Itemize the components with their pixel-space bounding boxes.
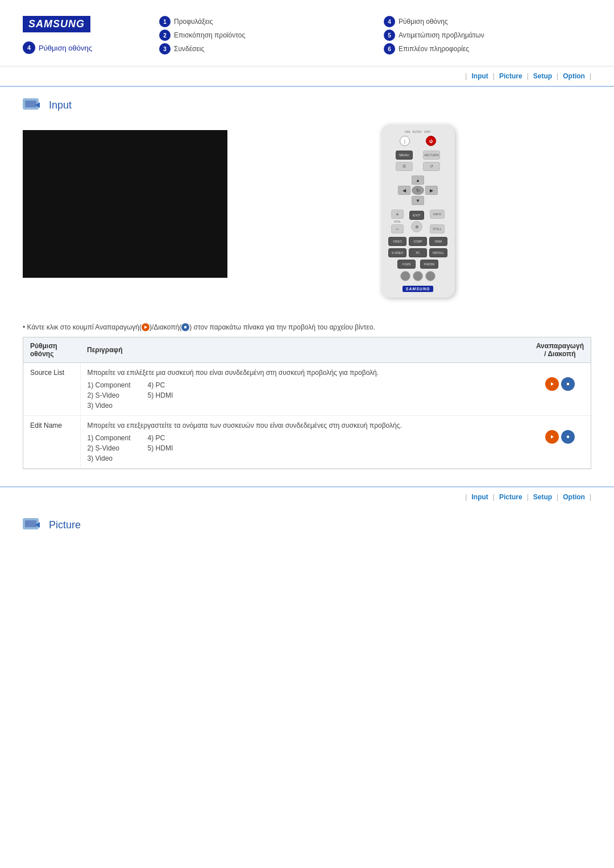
dpad-up[interactable]: ▲ [412,176,424,185]
vol-plus[interactable]: + [391,210,404,219]
nav-num-1: 1 [159,16,171,27]
nav-label-2: Επισκόπηση προϊόντος [174,31,245,39]
section-badge: 4 Ρύθμιση οθόνης [23,41,136,54]
power-on-button[interactable]: | [400,136,410,146]
dpad-right[interactable]: ▶ [425,186,438,195]
nav-label-5: Αντιμετώπιση προβλημάτων [399,31,484,39]
source-play-button[interactable] [545,377,559,391]
main-content-area: ON AUTO OFF | ⏻ MENU RETURN ☰ ↺ [0,119,614,315]
remote-auto-label: AUTO [412,130,422,133]
install-button[interactable]: INSTALL [429,248,447,257]
edit-stop-button[interactable] [561,430,575,444]
edit-playback-icons[interactable] [536,430,584,444]
comp-button[interactable]: COMP [409,237,427,246]
still-button[interactable]: STILL [430,224,445,233]
nav-num-3: 3 [159,43,171,55]
edit-col1: 1) Component 2) S-Video 3) Video [88,434,131,462]
pc-button[interactable]: PC [409,248,427,257]
extra-btn-1[interactable] [400,271,410,281]
source-col1: 1) Component 2) S-Video 3) Video [88,381,131,410]
return-button[interactable]: RETURN [423,151,440,160]
source-list-label: Source List [23,363,80,416]
return-icon-button[interactable]: ↺ [423,162,440,171]
edit-item-1: 1) Component [88,434,131,442]
nav-divider-5: | [590,72,591,80]
exit-button[interactable]: EXIT [409,211,424,220]
input-section-title: Input [49,99,72,111]
info-button[interactable]: INFO [430,210,445,219]
nav-item-3: 3 Συνδέσεις [159,43,367,55]
remote-off-label: OFF [424,130,431,133]
edit-item-2: 2) S-Video [88,444,131,452]
nav-divider-3: | [527,72,529,80]
header-nav: 1 Προφυλάξεις 4 Ρύθμιση οθόνης 2 Επισκόπ… [136,16,591,55]
nav2-input-link[interactable]: Input [471,493,488,501]
source-item-5: 5) HDMI [148,391,173,399]
remote-menu-row: MENU RETURN [385,151,450,160]
nav-divider-4: | [557,72,558,80]
samsung-logo: SAMSUNG [23,16,90,32]
nav-option-link[interactable]: Option [563,72,585,80]
source-col2: 4) PC 5) HDMI [148,381,173,410]
edit-play-button[interactable] [545,430,559,444]
extra-btn-3[interactable] [425,271,435,281]
menu-button[interactable]: MENU [396,151,413,160]
menu-icon-button[interactable]: ☰ [396,162,413,171]
nav2-picture-link[interactable]: Picture [499,493,522,501]
nav2-divider-1: | [465,493,467,501]
remote-on-label: ON [405,130,410,133]
nav-label-3: Συνδέσεις [174,45,204,53]
info-bullet: • [23,323,25,331]
svideo-button[interactable]: S-VIDEO [388,248,406,257]
power-off-button[interactable]: ⏻ [426,136,436,146]
nav-input-link[interactable]: Input [471,72,488,80]
nav-circle[interactable]: ⊕ [411,221,422,232]
nav-item-4: 4 Ρύθμιση οθόνης [384,16,591,27]
edit-name-items: 1) Component 2) S-Video 3) Video 4) PC 5… [88,434,522,462]
source-item-2: 2) S-Video [88,391,131,399]
vol-minus[interactable]: − [391,224,404,233]
nav2-option-link[interactable]: Option [563,493,585,501]
remote-source-row2: S-VIDEO PC INSTALL [385,248,450,257]
nav2-divider-3: | [527,493,529,501]
info-note: • Κάντε κλικ στο κουμπί Αναπαραγωγή()/Δι… [0,315,614,337]
nav-picture-link[interactable]: Picture [499,72,522,80]
source-playback-icons[interactable] [536,377,584,391]
stop-icon [181,323,189,331]
nav-bar-bottom: | Input | Picture | Setup | Option | [0,486,614,507]
edit-name-desc: Μπορείτε να επεξεργαστείτε τα ονόματα τω… [88,422,402,429]
edit-item-4: 4) PC [148,434,173,442]
picture-section-title: Picture [49,519,81,531]
pmode-button[interactable]: P.MODE [420,260,438,269]
nav-label-1: Προφυλάξεις [174,18,213,26]
header-left: SAMSUNG 4 Ρύθμιση οθόνης [23,16,136,54]
source-stop-button[interactable] [561,377,575,391]
picture-heading: Picture [0,507,614,539]
nav2-setup-link[interactable]: Setup [533,493,552,501]
source-list-cell: Μπορείτε να επιλέξετε μια συσκευή που εί… [80,363,529,416]
nav2-divider-2: | [493,493,495,501]
dpad-center[interactable]: ↻ [412,186,424,195]
table-row: Edit Name Μπορείτε να επεξεργαστείτε τα … [23,416,591,469]
input-section-icon [23,97,43,113]
nav-setup-link[interactable]: Setup [533,72,552,80]
edit-item-3: 3) Video [88,454,131,462]
svg-marker-7 [551,435,554,439]
video-button[interactable]: VIDEO [388,237,406,246]
remote-source-row1: VIDEO COMP HDMI [385,237,450,246]
remote-power-buttons[interactable]: | ⏻ [385,136,450,146]
dpad-down[interactable]: ▼ [412,196,424,205]
section-label: Ρύθμιση οθόνης [39,44,92,52]
source-item-4: 4) PC [148,381,173,389]
nav-divider-1: | [465,72,467,80]
hdmi-button[interactable]: HDMI [429,237,447,246]
edit-col2: 4) PC 5) HDMI [148,434,173,462]
info-text-2: )/Διακοπή( [150,323,181,331]
fsize-button[interactable]: F.SIZE [397,260,416,269]
remote-dpad[interactable]: ▲ ◀ ↻ ▶ ▼ [398,176,438,205]
nav-num-6: 6 [384,43,395,55]
source-list-desc: Μπορείτε να επιλέξετε μια συσκευή που εί… [88,369,379,377]
dpad-left[interactable]: ◀ [398,186,410,195]
extra-btn-2[interactable] [413,271,423,281]
remote-menu-icons: ☰ ↺ [385,162,450,171]
